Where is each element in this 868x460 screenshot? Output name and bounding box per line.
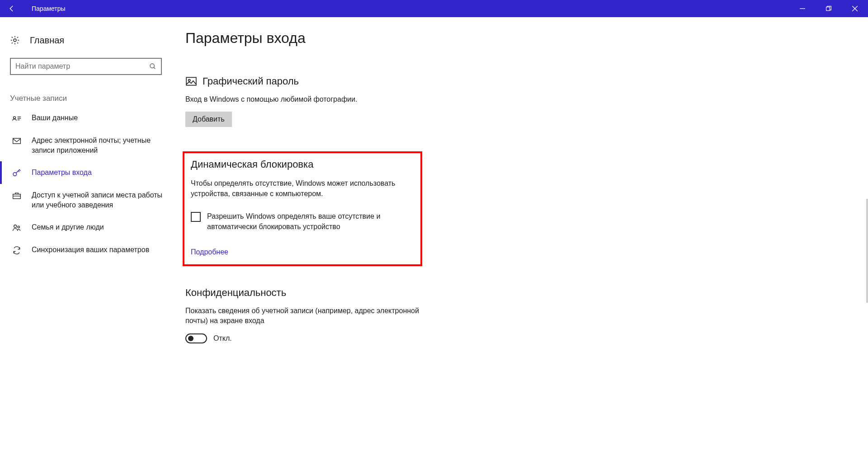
close-button[interactable] <box>842 0 868 17</box>
privacy-toggle[interactable] <box>185 333 207 343</box>
gear-icon <box>10 35 20 45</box>
window-title: Параметры <box>24 5 66 12</box>
sidebar-item-label: Параметры входа <box>32 168 92 178</box>
dynamic-lock-desc: Чтобы определять отсутствие, Windows мож… <box>191 178 414 199</box>
svg-rect-13 <box>13 194 21 199</box>
svg-rect-11 <box>13 138 21 144</box>
dynamic-lock-more-link[interactable]: Подробнее <box>191 248 414 256</box>
maximize-button[interactable] <box>816 0 842 17</box>
sidebar-item-your-info[interactable]: Ваши данные <box>0 107 181 129</box>
svg-point-5 <box>150 64 154 68</box>
sidebar-item-family[interactable]: Семья и другие люди <box>0 216 181 239</box>
privacy-section: Конфиденциальность Показать сведения об … <box>185 287 850 343</box>
id-card-icon <box>12 113 22 123</box>
privacy-desc: Показать сведения об учетной записи (нап… <box>185 306 439 326</box>
scrollbar[interactable] <box>866 199 868 303</box>
home-link[interactable]: Главная <box>0 29 181 52</box>
picture-password-section: Графический пароль Вход в Windows с помо… <box>185 75 850 127</box>
picture-icon <box>185 75 197 87</box>
sidebar-item-label: Синхронизация ваших параметров <box>32 245 149 255</box>
svg-rect-16 <box>186 77 196 85</box>
svg-point-14 <box>14 225 17 228</box>
svg-rect-1 <box>826 7 830 11</box>
dynamic-lock-section: Динамическая блокировка Чтобы определять… <box>183 151 422 266</box>
sidebar-item-email-accounts[interactable]: Адрес электронной почты; учетные записи … <box>0 129 181 161</box>
back-button[interactable] <box>0 0 24 17</box>
svg-point-15 <box>18 226 19 228</box>
search-icon <box>149 63 156 70</box>
privacy-heading: Конфиденциальность <box>185 287 286 299</box>
svg-line-6 <box>154 67 155 69</box>
svg-point-4 <box>14 39 16 42</box>
sidebar-category: Учетные записи <box>0 75 181 107</box>
mail-icon <box>12 136 22 146</box>
people-icon <box>12 222 22 232</box>
sync-icon <box>12 245 22 255</box>
titlebar: Параметры <box>0 0 868 17</box>
briefcase-icon <box>12 190 22 200</box>
sidebar-item-label: Доступ к учетной записи места работы или… <box>32 190 172 210</box>
sidebar-item-label: Семья и другие люди <box>32 222 104 232</box>
svg-point-7 <box>14 117 16 119</box>
sidebar-item-label: Ваши данные <box>32 113 78 123</box>
sidebar-item-sync[interactable]: Синхронизация ваших параметров <box>0 239 181 261</box>
picture-password-heading: Графический пароль <box>203 75 299 87</box>
main-content: Параметры входа Графический пароль Вход … <box>181 17 868 460</box>
svg-point-17 <box>189 80 190 81</box>
search-placeholder: Найти параметр <box>15 62 149 70</box>
page-title: Параметры входа <box>185 30 850 47</box>
sidebar-item-work-school[interactable]: Доступ к учетной записи места работы или… <box>0 184 181 216</box>
home-label: Главная <box>30 35 64 46</box>
dynamic-lock-heading: Динамическая блокировка <box>191 159 313 170</box>
dynamic-lock-checkbox[interactable] <box>191 212 201 222</box>
add-picture-password-button[interactable]: Добавить <box>185 112 232 127</box>
search-input[interactable]: Найти параметр <box>10 58 162 75</box>
picture-password-desc: Вход в Windows с помощью любимой фотогра… <box>185 94 439 104</box>
dynamic-lock-checkbox-label: Разрешить Windows определять ваше отсутс… <box>207 211 406 232</box>
sidebar-item-label: Адрес электронной почты; учетные записи … <box>32 136 172 155</box>
key-icon <box>12 168 22 178</box>
sidebar: Главная Найти параметр Учетные записи Ва… <box>0 17 181 460</box>
privacy-toggle-state: Откл. <box>213 334 232 343</box>
sidebar-item-signin-options[interactable]: Параметры входа <box>0 161 181 184</box>
minimize-button[interactable] <box>789 0 816 17</box>
